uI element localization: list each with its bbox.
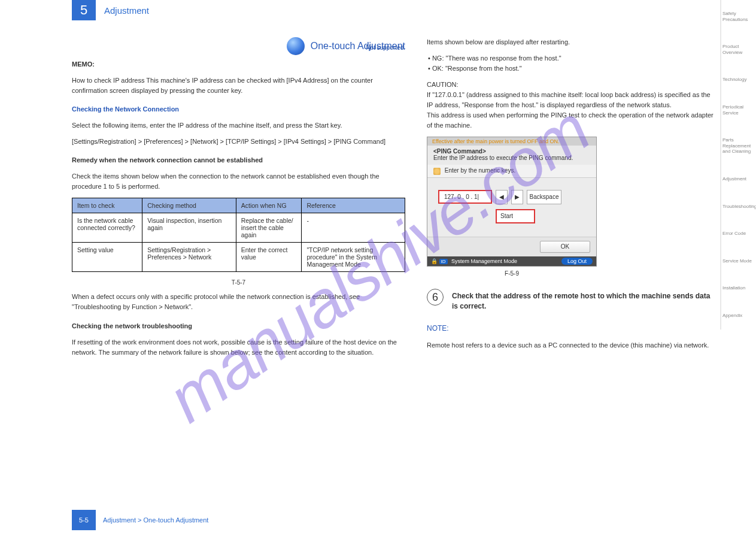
left-column: One-touch Adjustment Not supported. MEMO… (72, 37, 405, 364)
table-caption: T-5-7 (72, 279, 405, 286)
step-number: 6 (427, 289, 444, 306)
memo-body: How to check IP address This machine's I… (72, 75, 405, 96)
dialog-top-msg: Effective after the main power is turned… (427, 137, 596, 146)
dialog-footer: OK (427, 237, 596, 256)
dialog-subtitle: Enter the IP address to execute the PING… (433, 155, 590, 161)
table-row: Is the network cable connected correctly… (72, 213, 405, 243)
list-item: OK: "Response from the host." (428, 64, 714, 74)
result-list: NG: "There was no response from the host… (428, 53, 714, 74)
td: Setting value (72, 243, 142, 272)
section-one-touch: One-touch Adjustment (72, 37, 405, 55)
step-text: Check that the address of the remote hos… (452, 289, 714, 312)
figure-caption: F-5-9 (427, 270, 597, 277)
td: Replace the cable/ insert the cable agai… (236, 213, 302, 243)
caution-text: CAUTION: If "127.0.0.1" (address assigne… (427, 80, 714, 131)
dialog-body: 127. 0 . 0 . 1| ◀ ▶ Backspace Start (427, 178, 596, 237)
backspace-button[interactable]: Backspace (527, 190, 561, 204)
chapter-number-box: 5 (72, 0, 96, 20)
dialog-hint-text: Enter by the numeric keys. (445, 167, 515, 174)
ip-input[interactable]: 127. 0 . 0 . 1| (438, 190, 492, 204)
op-path: [Settings/Registration] > [Preferences] … (72, 137, 405, 147)
arrow-left-button[interactable]: ◀ (496, 190, 508, 204)
th: Reference (302, 198, 405, 213)
memo-title: MEMO: (72, 59, 405, 69)
td: - (302, 213, 405, 243)
status-text: System Management Mode (451, 258, 517, 264)
remedy2-body: If resetting of the work environment doe… (72, 337, 405, 358)
page-footer: 5-5 Adjustment > One-touch Adjustment (72, 510, 208, 530)
list-note: Items shown below are displayed after re… (427, 37, 714, 47)
chapter-bar: 5 Adjustment (72, 0, 714, 20)
ping-dialog: Effective after the main power is turned… (427, 137, 597, 266)
td: Is the network cable connected correctly… (72, 213, 142, 243)
td: Enter the correct value (236, 243, 302, 272)
footer-text: Adjustment > One-touch Adjustment (103, 516, 208, 524)
chapter-title: Adjustment (104, 5, 149, 16)
td: Visual inspection, insertion again (142, 213, 236, 243)
th: Action when NG (236, 198, 302, 213)
note-body: Remote host refers to a device such as a… (427, 340, 714, 350)
dialog-title: <PING Command> (433, 148, 590, 155)
td: "TCP/IP network setting procedure" in th… (302, 243, 405, 272)
logout-button[interactable]: Log Out (561, 258, 593, 265)
remedy-table: Item to check Checking method Action whe… (72, 198, 405, 272)
section-check-title: Checking the Network Connection (72, 104, 405, 114)
lock-icon: 🔒 (431, 258, 438, 264)
remedy-title: Remedy when the network connection canno… (72, 155, 405, 165)
dialog-header: <PING Command> Enter the IP address to e… (427, 146, 596, 165)
table-note: When a defect occurs only with a specifi… (72, 292, 405, 312)
table-row: Setting value Settings/Registration > Pr… (72, 243, 405, 272)
bullet-icon (287, 37, 305, 55)
start-button[interactable]: Start (496, 209, 535, 223)
remedy-body: Check the items shown below when the con… (72, 171, 405, 192)
dialog-hint: Enter by the numeric keys. (427, 165, 596, 177)
page-number-box: 5-5 (72, 510, 96, 530)
note-title: NOTE: (427, 323, 714, 334)
right-column: Items shown below are displayed after re… (427, 37, 714, 364)
dialog-status-bar: 🔒 ID System Management Mode Log Out (427, 256, 596, 266)
th: Checking method (142, 198, 236, 213)
td: Settings/Registration > Preferences > Ne… (142, 243, 236, 272)
op-text: Select the following items, enter the IP… (72, 120, 405, 131)
hint-icon (433, 168, 441, 175)
th: Item to check (72, 198, 142, 213)
ok-button[interactable]: OK (540, 241, 590, 253)
list-item: NG: "There was no response from the host… (428, 53, 714, 64)
id-badge: ID (439, 259, 448, 264)
remedy2-title: Checking the network troubleshooting (72, 321, 405, 331)
arrow-right-button[interactable]: ▶ (511, 190, 523, 204)
